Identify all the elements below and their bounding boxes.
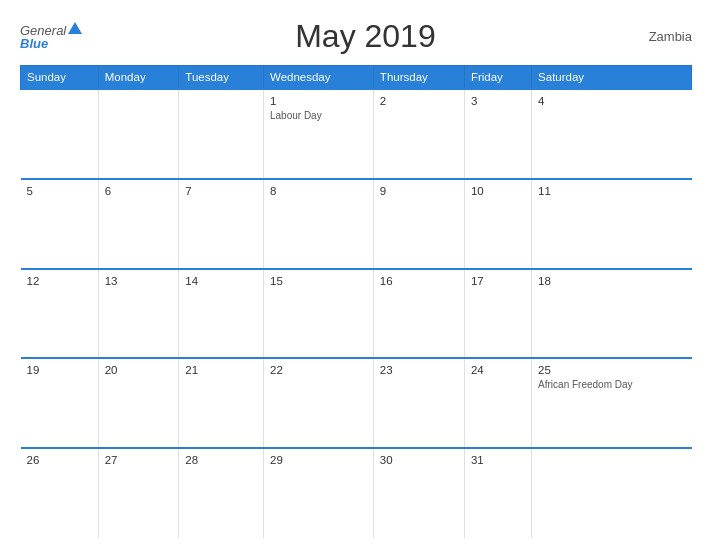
day-number: 4 <box>538 95 685 107</box>
calendar-day-cell: 20 <box>98 358 179 448</box>
day-number: 30 <box>380 454 458 466</box>
day-number: 17 <box>471 275 525 287</box>
day-number: 20 <box>105 364 173 376</box>
calendar-day-cell: 10 <box>464 179 531 269</box>
day-number: 8 <box>270 185 367 197</box>
col-header-thursday: Thursday <box>373 66 464 90</box>
calendar-day-cell: 1Labour Day <box>263 89 373 179</box>
calendar-page: General Blue May 2019 Zambia SundayMonda… <box>0 0 712 550</box>
calendar-day-cell: 14 <box>179 269 264 359</box>
day-number: 11 <box>538 185 685 197</box>
calendar-day-cell: 28 <box>179 448 264 538</box>
calendar-day-cell: 12 <box>21 269 99 359</box>
day-number: 18 <box>538 275 685 287</box>
calendar-day-cell: 25African Freedom Day <box>532 358 692 448</box>
col-header-wednesday: Wednesday <box>263 66 373 90</box>
day-number: 1 <box>270 95 367 107</box>
day-number: 23 <box>380 364 458 376</box>
col-header-sunday: Sunday <box>21 66 99 90</box>
calendar-day-cell: 30 <box>373 448 464 538</box>
calendar-day-cell: 24 <box>464 358 531 448</box>
day-event-label: African Freedom Day <box>538 378 685 391</box>
calendar-day-cell: 2 <box>373 89 464 179</box>
calendar-day-cell: 31 <box>464 448 531 538</box>
logo-triangle-icon <box>68 22 82 34</box>
calendar-day-cell: 16 <box>373 269 464 359</box>
calendar-day-cell: 19 <box>21 358 99 448</box>
calendar-day-cell: 29 <box>263 448 373 538</box>
col-header-tuesday: Tuesday <box>179 66 264 90</box>
day-number: 14 <box>185 275 257 287</box>
calendar-table: SundayMondayTuesdayWednesdayThursdayFrid… <box>20 65 692 538</box>
logo-general-text: General <box>20 24 66 37</box>
calendar-week-row: 567891011 <box>21 179 692 269</box>
calendar-day-cell <box>21 89 99 179</box>
day-number: 2 <box>380 95 458 107</box>
day-number: 6 <box>105 185 173 197</box>
col-header-monday: Monday <box>98 66 179 90</box>
day-number: 15 <box>270 275 367 287</box>
calendar-day-cell: 21 <box>179 358 264 448</box>
calendar-day-cell: 6 <box>98 179 179 269</box>
calendar-day-cell <box>532 448 692 538</box>
calendar-header-row: SundayMondayTuesdayWednesdayThursdayFrid… <box>21 66 692 90</box>
calendar-day-cell: 5 <box>21 179 99 269</box>
month-title: May 2019 <box>295 18 436 55</box>
day-number: 12 <box>27 275 92 287</box>
logo-blue-text: Blue <box>20 37 48 50</box>
calendar-day-cell: 26 <box>21 448 99 538</box>
calendar-week-row: 262728293031 <box>21 448 692 538</box>
day-number: 28 <box>185 454 257 466</box>
calendar-week-row: 1Labour Day234 <box>21 89 692 179</box>
day-number: 29 <box>270 454 367 466</box>
calendar-day-cell: 8 <box>263 179 373 269</box>
calendar-day-cell: 27 <box>98 448 179 538</box>
day-number: 27 <box>105 454 173 466</box>
day-number: 22 <box>270 364 367 376</box>
day-number: 26 <box>27 454 92 466</box>
day-number: 10 <box>471 185 525 197</box>
calendar-day-cell: 9 <box>373 179 464 269</box>
logo: General Blue <box>20 24 82 50</box>
day-number: 19 <box>27 364 92 376</box>
col-header-friday: Friday <box>464 66 531 90</box>
day-number: 24 <box>471 364 525 376</box>
calendar-day-cell: 17 <box>464 269 531 359</box>
day-number: 25 <box>538 364 685 376</box>
calendar-day-cell <box>179 89 264 179</box>
day-number: 16 <box>380 275 458 287</box>
calendar-day-cell: 11 <box>532 179 692 269</box>
header: General Blue May 2019 Zambia <box>20 18 692 55</box>
calendar-week-row: 12131415161718 <box>21 269 692 359</box>
day-number: 7 <box>185 185 257 197</box>
calendar-day-cell: 18 <box>532 269 692 359</box>
day-number: 31 <box>471 454 525 466</box>
calendar-week-row: 19202122232425African Freedom Day <box>21 358 692 448</box>
day-number: 3 <box>471 95 525 107</box>
day-number: 5 <box>27 185 92 197</box>
calendar-day-cell: 7 <box>179 179 264 269</box>
calendar-day-cell: 3 <box>464 89 531 179</box>
country-label: Zambia <box>649 29 692 44</box>
calendar-day-cell <box>98 89 179 179</box>
day-number: 9 <box>380 185 458 197</box>
calendar-day-cell: 23 <box>373 358 464 448</box>
day-event-label: Labour Day <box>270 109 367 122</box>
day-number: 21 <box>185 364 257 376</box>
calendar-day-cell: 15 <box>263 269 373 359</box>
calendar-day-cell: 22 <box>263 358 373 448</box>
col-header-saturday: Saturday <box>532 66 692 90</box>
calendar-day-cell: 13 <box>98 269 179 359</box>
day-number: 13 <box>105 275 173 287</box>
calendar-day-cell: 4 <box>532 89 692 179</box>
